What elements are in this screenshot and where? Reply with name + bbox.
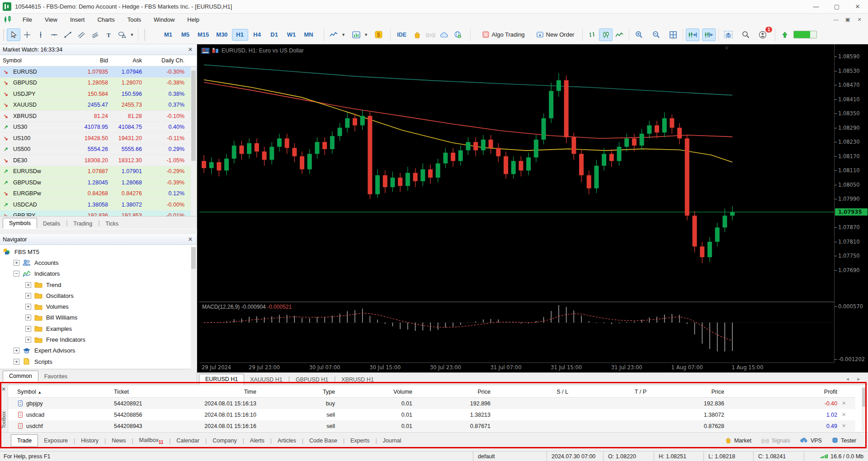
indicator-insert-icon[interactable]: [327, 28, 340, 41]
market-watch-row[interactable]: ↗US5005554.265555.660.29%: [0, 144, 197, 155]
price-axis[interactable]: 1.085901.085301.084701.084101.083501.082…: [834, 44, 868, 362]
navigator-item-oscillators[interactable]: +Oscillators: [0, 290, 197, 301]
toolbox-tab-articles[interactable]: Articles: [272, 435, 302, 447]
algo-trading-button[interactable]: Algo Trading: [478, 28, 529, 41]
navigator-close-icon[interactable]: ✕: [187, 236, 194, 243]
horizontal-line-tool-icon[interactable]: [47, 28, 61, 41]
menu-file[interactable]: File: [16, 15, 38, 24]
toolbox-column-profit[interactable]: Profit: [729, 389, 842, 395]
tab-ticks[interactable]: Ticks: [99, 219, 124, 229]
market-bag-icon[interactable]: [410, 28, 424, 41]
market-watch-column-headers[interactable]: SymbolBidAskDaily Ch.: [0, 55, 197, 66]
navigator-item-indicators[interactable]: −Indicators: [0, 268, 197, 279]
market-watch-row[interactable]: ↘GBPUSD1.280581.28070-0.38%: [0, 78, 197, 89]
toolbox-tab-experts[interactable]: Experts: [344, 435, 375, 447]
timeframe-m30[interactable]: M30: [213, 29, 231, 41]
menu-help[interactable]: Help: [181, 15, 206, 24]
mdi-restore-button[interactable]: ▣: [842, 15, 854, 24]
status-profile[interactable]: default: [473, 452, 547, 461]
navigator-item-accounts[interactable]: +Accounts: [0, 257, 197, 268]
pitchfork-tool-icon[interactable]: [88, 28, 102, 41]
navigator-item-bill-williams[interactable]: +Bill Williams: [0, 312, 197, 323]
toolbox-market-button[interactable]: Market: [725, 437, 751, 445]
market-watch-row[interactable]: ↘USDJPY150.584150.5960.38%: [0, 89, 197, 100]
navigator-item-fbs-mt5[interactable]: FBS MT5: [0, 246, 197, 257]
shift-chart-icon[interactable]: [702, 28, 716, 41]
time-axis[interactable]: 29 Jul 202429 Jul 23:0030 Jul 07:0030 Ju…: [199, 362, 834, 371]
tab-symbols[interactable]: Symbols: [3, 218, 37, 229]
chart-object-icon[interactable]: [349, 28, 363, 41]
text-tool-icon[interactable]: T: [102, 28, 115, 41]
position-row[interactable]: gbpjpy5442089212024.08.01 15:16:13buy0.0…: [8, 398, 855, 409]
menu-insert[interactable]: Insert: [64, 15, 91, 24]
vertical-line-tool-icon[interactable]: [34, 28, 47, 41]
market-watch-row[interactable]: ↗GBPUSDw1.280451.28068-0.39%: [0, 177, 197, 188]
timeframe-m15[interactable]: M15: [194, 29, 212, 41]
toolbox-column-volume[interactable]: Volume: [340, 389, 417, 395]
toolbox-column-price[interactable]: Price: [651, 389, 729, 395]
toolbox-column-sl[interactable]: S / L: [495, 389, 573, 395]
navigator-item-expert-advisors[interactable]: +Expert Advisors: [0, 345, 197, 356]
market-watch-close-icon[interactable]: ✕: [187, 46, 194, 53]
navigator-item-scripts[interactable]: +Scripts: [0, 356, 197, 367]
expand-plus-icon[interactable]: +: [14, 260, 19, 266]
collapse-minus-icon[interactable]: −: [14, 271, 19, 277]
market-watch-row[interactable]: ↘US10019428.5019431.20-0.11%: [0, 133, 197, 144]
one-click-trading-icon[interactable]: [212, 48, 219, 54]
toolbox-column-time[interactable]: Time: [190, 389, 261, 395]
expand-plus-icon[interactable]: +: [25, 304, 31, 310]
search-icon[interactable]: [739, 28, 752, 41]
market-watch-row[interactable]: ↗EURUSDw1.078871.07901-0.29%: [0, 166, 197, 178]
timeframe-d1[interactable]: D1: [266, 29, 283, 41]
timeframe-w1[interactable]: W1: [283, 29, 300, 41]
timeframe-h4[interactable]: H4: [249, 29, 265, 41]
bar-chart-type-icon[interactable]: [585, 28, 599, 41]
screenshot-camera-icon[interactable]: [722, 28, 735, 41]
currency-icon[interactable]: $: [372, 28, 386, 41]
community-globe-icon[interactable]: [451, 28, 465, 41]
market-watch-row[interactable]: ↘DE3018308.2018312.30-1.05%: [0, 155, 197, 166]
menu-view[interactable]: View: [38, 15, 64, 24]
chart-tab-gbpusd-h1[interactable]: GBPUSD H1: [290, 375, 334, 385]
mdi-minimize-button[interactable]: —: [830, 15, 842, 24]
market-watch-row[interactable]: ↘XAUUSD2455.472455.730.37%: [0, 100, 197, 111]
toolbox-column-type[interactable]: Type: [261, 389, 340, 395]
toolbox-tab-alerts[interactable]: Alerts: [244, 435, 270, 447]
market-watch-row[interactable]: ↘EURGBPw0.842680.842760.12%: [0, 188, 197, 200]
toolbox-column-price[interactable]: Price: [417, 389, 495, 395]
toolbox-tab-journal[interactable]: Journal: [377, 435, 407, 447]
market-watch-row[interactable]: ↘EURUSD1.079351.07946-0.30%: [0, 66, 197, 78]
trendline-tool-icon[interactable]: [61, 28, 75, 41]
indicator-dropdown-icon[interactable]: ▼: [340, 28, 347, 41]
close-position-icon[interactable]: ✕: [842, 423, 855, 429]
expand-plus-icon[interactable]: +: [14, 359, 19, 365]
candlestick-chart-type-icon[interactable]: [599, 28, 613, 41]
toolbox-tab-calendar[interactable]: Calendar: [170, 435, 205, 447]
expand-plus-icon[interactable]: +: [25, 315, 31, 320]
toolbox-column-ticket[interactable]: Ticket: [108, 389, 190, 395]
publish-arrow-icon[interactable]: [778, 28, 792, 41]
column-header-ask[interactable]: Ask: [111, 57, 145, 64]
tab-common[interactable]: Common: [3, 371, 38, 381]
market-watch-row[interactable]: ↗US3041078.9541084.750.40%: [0, 122, 197, 133]
chart-object-dropdown-icon[interactable]: ▼: [363, 28, 369, 41]
column-header-bid[interactable]: Bid: [76, 57, 111, 64]
zoom-in-icon[interactable]: [632, 28, 646, 41]
navigator-scrollbar[interactable]: [191, 246, 196, 370]
market-watch-row[interactable]: ↗USDCAD1.380581.38072-0.00%: [0, 199, 197, 211]
toolbox-signals-button[interactable]: ((•))Signals: [761, 437, 790, 444]
signals-broadcast-icon[interactable]: ((o)): [424, 28, 438, 41]
line-chart-type-icon[interactable]: [613, 28, 626, 41]
toolbox-vps-button[interactable]: VPS: [800, 437, 822, 444]
macd-indicator-pane[interactable]: MACD(12,26,9) -0.000904 -0.000521: [199, 301, 834, 362]
timeframe-mn[interactable]: MN: [301, 29, 317, 41]
new-order-button[interactable]: New Order: [532, 28, 579, 41]
position-row[interactable]: usdcad5442088562024.08.01 15:16:10sell0.…: [8, 409, 855, 420]
toolbox-tester-button[interactable]: Tester: [832, 437, 856, 445]
toolbox-column-tp[interactable]: T / P: [573, 389, 651, 395]
chart-tab-xbrusd-h1[interactable]: XBRUSD H1: [335, 375, 380, 385]
toolbox-column-symbol[interactable]: Symbol ▲: [8, 389, 108, 395]
toolbox-tab-company[interactable]: Company: [207, 435, 243, 447]
tile-windows-icon[interactable]: [666, 28, 680, 41]
position-row[interactable]: usdchf5442089432024.08.01 15:16:16sell0.…: [8, 420, 855, 432]
